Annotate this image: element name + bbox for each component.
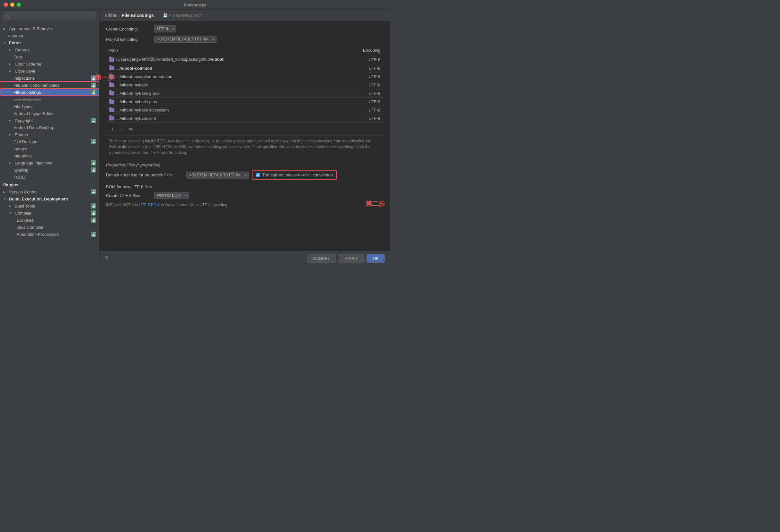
sidebar-item-label: Code Style: [15, 69, 35, 74]
sidebar-item-live-templates[interactable]: Live Templates: [0, 96, 99, 103]
col-path: Path: [106, 46, 338, 55]
sidebar-item-label: General: [15, 48, 30, 52]
path-cell: .../viboot-mybatis-grace: [106, 89, 338, 98]
folder-icon: [109, 83, 114, 87]
table-row[interactable]: .../viboot-mybatis-xml UTF-8: [106, 114, 384, 123]
path-text: .../viboot-exception-annotation: [116, 74, 172, 79]
sidebar-item-label: Build Tools: [15, 204, 35, 208]
path-text: /Users/yangwei/资源/protected_workspaces/g…: [116, 56, 224, 62]
sidebar-item-file-types[interactable]: File Types: [0, 103, 99, 110]
sidebar-item-excludes[interactable]: Excludes 💾: [0, 216, 99, 224]
breadcrumb-current: File Encodings: [122, 13, 154, 18]
table-row[interactable]: .../viboot-mybatis UTF-8: [106, 81, 384, 89]
sidebar-item-android-layout-editor[interactable]: Android Layout Editor: [0, 110, 99, 117]
sidebar-item-label: File Encodings: [13, 90, 41, 95]
content-body: Global Encoding: UTF-8 Project Encoding:…: [100, 21, 390, 251]
footer: ? CANCEL APPLY OK https://blog.csdn.net/…: [100, 251, 390, 266]
breadcrumb: Editor › File Encodings: [105, 13, 154, 18]
table-row[interactable]: .../viboot-common UTF-8: [106, 64, 384, 72]
transparent-conversion-label[interactable]: Transparent native-to-ascii conversion: [252, 170, 337, 180]
breadcrumb-separator: ›: [118, 13, 120, 18]
encoding-table: Path Encoding /Users/yangwei/资源/protecte…: [106, 46, 384, 123]
sidebar-item-java-compiler[interactable]: Java Compiler: [0, 224, 99, 231]
transparent-conversion-checkbox[interactable]: [256, 173, 260, 177]
project-encoding-label: Project Encoding:: [106, 37, 151, 42]
sidebar-item-version-control[interactable]: ▶ Version Control 💾: [0, 188, 99, 195]
table-row[interactable]: .../viboot-mybatis-plus UTF-8: [106, 98, 384, 106]
table-row[interactable]: .../viboot-mybatis-grace UTF-8: [106, 89, 384, 98]
sidebar-item-build-tools[interactable]: ▶ Build Tools 💾: [0, 202, 99, 209]
add-button[interactable]: +: [109, 126, 116, 133]
sidebar-item-file-code-templates[interactable]: File and Code Templates 💾: [0, 82, 99, 89]
close-button[interactable]: [4, 3, 8, 7]
sidebar-item-compiler[interactable]: ▼ Compiler 💾: [0, 209, 99, 216]
path-text: .../viboot-mybatis-sqlsession: [116, 108, 169, 112]
bom-section: BOM for new UTF-8 files Create UTF-8 fil…: [106, 184, 384, 208]
encoding-cell: UTF-8: [338, 89, 384, 98]
sidebar-item-appearance[interactable]: ▶ Appearance & Behavior: [0, 25, 99, 32]
sidebar-item-todo[interactable]: TODO: [0, 174, 99, 181]
sidebar-item-copyright[interactable]: ▶ Copyright 💾: [0, 117, 99, 124]
folder-icon: [109, 116, 114, 120]
sidebar-item-annotation-processors[interactable]: Annotation Processors 💾: [0, 231, 99, 238]
table-row[interactable]: /Users/yangwei/资源/protected_workspaces/g…: [106, 55, 384, 64]
search-input[interactable]: [3, 12, 96, 20]
sidebar-item-label: Appearance & Behavior: [9, 26, 53, 31]
bom-title: BOM for new UTF-8 files: [106, 184, 384, 189]
sidebar-item-editor[interactable]: ▼ Editor: [0, 39, 99, 46]
badge-icon: 💾: [91, 118, 96, 123]
remove-button[interactable]: −: [118, 126, 125, 133]
sidebar-item-font[interactable]: Font: [0, 53, 99, 60]
sidebar-item-general[interactable]: ▶ General: [0, 46, 99, 53]
sidebar-item-spelling[interactable]: Spelling 💾: [0, 166, 99, 174]
cancel-button[interactable]: CANCEL: [307, 254, 336, 263]
table-row[interactable]: .../viboot-exception-annotation UTF-8: [106, 72, 384, 81]
sidebar-item-label: Keymap: [8, 34, 23, 38]
sidebar-item-language-injections[interactable]: ▶ Language Injections 💾: [0, 159, 99, 166]
create-utf8-select[interactable]: with NO BOM: [154, 192, 189, 199]
sidebar-item-intentions[interactable]: Intentions: [0, 152, 99, 159]
properties-row: Default encoding for properties files: <…: [106, 170, 384, 180]
global-encoding-label: Global Encoding:: [106, 27, 151, 32]
sidebar-item-label: GUI Designer: [13, 139, 39, 144]
properties-section: Properties Files (*.properties) Default …: [106, 162, 384, 180]
traffic-lights[interactable]: [4, 3, 21, 7]
global-encoding-select[interactable]: UTF-8: [154, 26, 176, 33]
minimize-button[interactable]: [10, 3, 14, 7]
sidebar-item-build-execution[interactable]: ▼ Build, Execution, Deployment: [0, 195, 99, 202]
sidebar-item-code-style[interactable]: ▶ Code Style: [0, 67, 99, 75]
edit-button[interactable]: ✏: [127, 126, 134, 133]
maximize-button[interactable]: [17, 3, 21, 7]
sidebar-item-label: Font: [13, 55, 22, 59]
sidebar-item-color-scheme[interactable]: ▶ Color Scheme: [0, 60, 99, 67]
default-encoding-select[interactable]: <SYSTEM DEFAULT: UTF-8>: [186, 172, 249, 179]
sidebar-item-label: Live Templates: [13, 97, 41, 102]
sidebar-item-keymap[interactable]: Keymap: [0, 32, 99, 39]
url-watermark: https://blog.csdn.net/vi_young_95: [334, 259, 386, 263]
help-button[interactable]: ?: [105, 255, 108, 262]
table-row[interactable]: .../viboot-mybatis-sqlsession UTF-8: [106, 106, 384, 114]
chevron-right-icon: ▶: [3, 27, 8, 31]
bom-row: Create UTF-8 files: with NO BOM: [106, 192, 384, 199]
chevron-down-icon: ▼: [9, 211, 13, 214]
path-text: .../viboot-mybatis-grace: [116, 91, 160, 96]
encoding-cell: UTF-8: [338, 98, 384, 106]
encoding-cell: UTF-8: [338, 114, 384, 123]
table-toolbar: + − ✏: [106, 123, 384, 135]
project-encoding-row: Project Encoding: <SYSTEM DEFAULT: UTF-8…: [106, 36, 384, 43]
sidebar-item-inspections[interactable]: Inspections 💾: [0, 75, 99, 82]
sidebar-item-label: Build, Execution, Deployment: [9, 197, 68, 201]
sidebar-item-images[interactable]: Images: [0, 145, 99, 152]
sidebar-item-emmet[interactable]: ▶ Emmet: [0, 131, 99, 138]
sidebar-item-android-data-binding[interactable]: Android Data Binding: [0, 124, 99, 131]
sidebar-item-label: File and Code Templates: [13, 83, 60, 88]
path-text: .../viboot-mybatis-xml: [116, 116, 156, 121]
sidebar-item-file-encodings[interactable]: File Encodings 💾: [0, 89, 99, 96]
sidebar-item-gui-designer[interactable]: GUI Designer 💾: [0, 138, 99, 145]
global-encoding-row: Global Encoding: UTF-8: [106, 26, 384, 33]
sidebar-item-label: Excludes: [17, 218, 34, 223]
path-cell: .../viboot-mybatis-plus: [106, 98, 338, 106]
project-encoding-select[interactable]: <SYSTEM DEFAULT: UTF-8>: [154, 36, 216, 43]
badge-icon: 💾: [91, 189, 96, 194]
chevron-right-icon: ▶: [9, 161, 13, 164]
